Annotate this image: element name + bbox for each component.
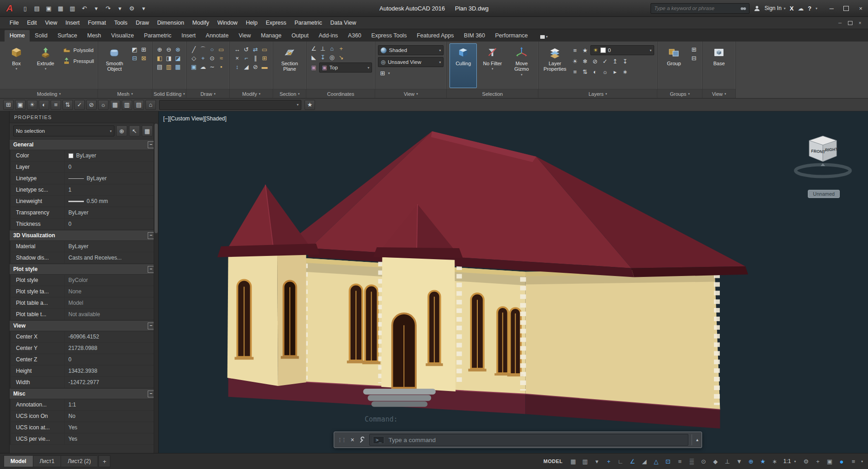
viewcube[interactable]: FRONT RIGHT <box>789 132 857 179</box>
property-row[interactable]: Linetype sc... 1 <box>11 184 158 196</box>
menu-item[interactable]: Window <box>213 17 242 29</box>
mesh-tool-icon[interactable]: ⊟ <box>130 54 139 63</box>
polar-tracking-icon[interactable]: ∠ <box>627 456 638 467</box>
menu-item[interactable]: Edit <box>23 17 41 29</box>
toolbar-icon[interactable]: ☼ <box>98 100 108 110</box>
coordinates-tool-icon[interactable]: ⌂ <box>327 44 336 53</box>
modify-tool-icon[interactable]: ◢ <box>242 63 251 71</box>
draw-tool-icon[interactable]: ▣ <box>189 63 198 71</box>
solid-editing-tool-icon[interactable]: ⊕ <box>155 45 164 54</box>
app-logo-icon[interactable]: A <box>1 1 18 15</box>
toolbar-icon[interactable]: ▦ <box>110 100 120 110</box>
graphics-performance-icon[interactable]: ● <box>836 456 847 467</box>
group-button[interactable]: Group <box>660 43 687 88</box>
menu-item[interactable]: View <box>41 17 62 29</box>
section-header[interactable]: Plot style − <box>10 264 158 275</box>
search-box[interactable] <box>651 3 749 14</box>
extrude-tool-button[interactable]: Extrude ▾ <box>32 43 59 88</box>
ribbon-tab[interactable]: Solid <box>30 30 52 42</box>
layer-properties-button[interactable]: Layer Properties <box>541 43 568 88</box>
plot-icon[interactable]: ▥ <box>67 3 78 13</box>
command-recent-icon[interactable]: ▴ <box>692 434 698 445</box>
snap-mode-icon[interactable]: ▥ <box>579 456 590 467</box>
viewport-lock-icon[interactable]: ▣ <box>309 63 318 72</box>
modify-tool-icon[interactable]: ↕ <box>232 63 242 71</box>
close-button[interactable]: × <box>853 2 868 15</box>
layer-tool-icon[interactable]: ❄ <box>580 57 589 66</box>
ribbon-tab[interactable]: Insert <box>176 30 201 42</box>
toolbar-icon[interactable]: ⌂ <box>145 100 156 110</box>
ribbon-tab[interactable]: Output <box>286 30 314 42</box>
mesh-tool-icon[interactable]: ◩ <box>130 45 139 54</box>
toolbar-icon[interactable]: ▣ <box>15 100 26 110</box>
transparency-icon[interactable]: ▒ <box>686 456 697 467</box>
qnew-icon[interactable]: ▯ <box>20 3 31 13</box>
property-row[interactable]: UCS per vie... Yes <box>11 433 158 445</box>
ribbon-display-toggle[interactable]: ▾ <box>537 33 552 42</box>
panel-caption-groups[interactable]: Groups ▾ <box>657 89 702 98</box>
ribbon-tab[interactable]: Parametric <box>139 30 176 42</box>
section-plane-button[interactable]: Section Plane <box>276 43 303 88</box>
command-line[interactable]: ⋮⋮ × >_ Type a command ▴ <box>334 432 702 448</box>
menu-item[interactable]: File <box>5 17 23 29</box>
polysolid-tool-button[interactable]: Polysolid <box>61 45 95 55</box>
command-input[interactable]: >_ Type a command <box>369 434 688 446</box>
modify-tool-icon[interactable]: × <box>232 54 242 63</box>
toolbar-icon[interactable]: ▥ <box>122 100 132 110</box>
customization-icon[interactable]: ≡ <box>848 456 859 467</box>
menu-item[interactable]: Help <box>242 17 262 29</box>
panel-caption-draw[interactable]: Draw ▾ <box>186 89 229 98</box>
layer-tool-icon[interactable]: ≡ <box>570 46 579 55</box>
layer-tool-icon[interactable]: ↧ <box>620 57 630 66</box>
layer-tool-icon[interactable]: ★ <box>580 46 589 55</box>
layer-tool-icon[interactable]: ▸ <box>610 68 620 76</box>
solid-editing-tool-icon[interactable]: ◨ <box>164 54 173 63</box>
layer-tool-icon[interactable]: ☀ <box>570 57 579 66</box>
toolbar-icon[interactable]: ⊞ <box>3 100 14 110</box>
layer-tool-icon[interactable]: ≡ <box>570 68 579 76</box>
property-row[interactable]: Color ByLayer <box>11 150 158 162</box>
ribbon-tab[interactable]: Home <box>5 30 30 42</box>
layer-tool-icon[interactable]: ☼ <box>600 68 610 76</box>
draw-tool-icon[interactable]: ○ <box>207 45 217 54</box>
panel-caption-view[interactable]: View ▾ <box>375 89 446 98</box>
open-icon[interactable]: ▤ <box>31 3 42 13</box>
coordinates-tool-icon[interactable]: ∠ <box>309 44 318 53</box>
section-header[interactable]: View − <box>10 320 158 331</box>
modify-tool-icon[interactable]: ↔ <box>232 45 242 54</box>
layout-tab[interactable]: Лист1 <box>33 455 61 467</box>
named-view-chip[interactable]: Unnamed <box>808 190 840 198</box>
coordinates-tool-icon[interactable]: ↘ <box>336 53 346 62</box>
property-row[interactable]: Plot style ta... None <box>11 286 158 297</box>
ribbon-tab[interactable]: Surface <box>52 30 82 42</box>
layer-tool-icon[interactable]: ✓ <box>600 57 610 66</box>
box-tool-button[interactable]: Box ▾ <box>3 43 30 88</box>
ribbon-tab[interactable]: Express Tools <box>367 30 412 42</box>
group-tool-icon[interactable]: ⊟ <box>689 54 698 63</box>
draw-tool-icon[interactable]: ☁ <box>198 63 207 71</box>
toolbar-tail-icon[interactable]: ★ <box>305 100 315 110</box>
visual-style-select[interactable]: Shaded ▾ <box>378 45 444 55</box>
isometric-drafting-icon[interactable]: ◢ <box>639 456 650 467</box>
property-row[interactable]: Linetype ByLayer <box>11 173 158 184</box>
layer-tool-icon[interactable]: ↥ <box>610 57 620 66</box>
base-view-button[interactable]: Base <box>705 43 733 88</box>
object-snap-icon[interactable]: ⊡ <box>662 456 673 467</box>
property-row[interactable]: Material ByLayer <box>11 241 158 252</box>
solid-editing-tool-icon[interactable]: ▤ <box>155 63 164 71</box>
redo-chevron-icon[interactable]: ▾ <box>114 3 125 13</box>
culling-toggle-button[interactable]: Culling <box>450 43 477 88</box>
draw-tool-icon[interactable]: + <box>198 54 207 63</box>
workspace-icon[interactable]: ⚙ <box>126 3 137 13</box>
undo-chevron-icon[interactable]: ▾ <box>91 3 102 13</box>
draw-tool-icon[interactable]: ▭ <box>217 45 226 54</box>
viewport[interactable]: [−][Custom View][Shaded] <box>159 111 868 453</box>
property-row[interactable]: Center Z 0 <box>11 354 158 365</box>
ribbon-tab[interactable]: Add-ins <box>314 30 343 42</box>
panel-caption-solid-editing[interactable]: Solid Editing ▾ <box>152 89 186 98</box>
panel-caption-coordinates[interactable]: Coordinates <box>306 89 375 98</box>
select-objects-icon[interactable]: ↖ <box>129 125 140 136</box>
dynamic-ucs-icon[interactable]: ⊥ <box>722 456 733 467</box>
menu-item[interactable]: Modify <box>188 17 213 29</box>
toolbar-icon[interactable]: ⊘ <box>86 100 97 110</box>
